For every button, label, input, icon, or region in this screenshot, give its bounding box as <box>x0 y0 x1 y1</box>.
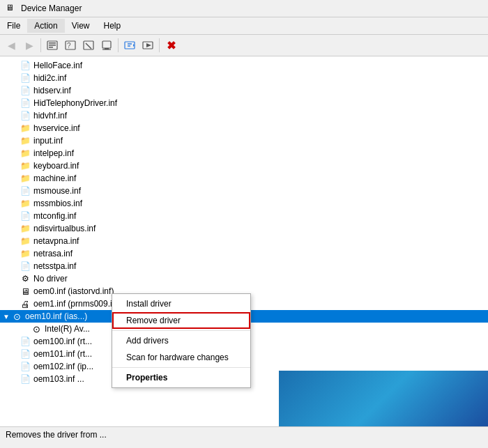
context-separator-2 <box>112 367 250 368</box>
folder-icon: 📁 <box>20 173 31 184</box>
list-item[interactable]: 📁 ndisvirtualbus.inf <box>0 222 488 235</box>
menu-view[interactable]: View <box>65 19 97 33</box>
context-scan-hardware[interactable]: Scan for hardware changes <box>112 349 250 366</box>
svg-text:?: ? <box>67 42 71 49</box>
folder-icon: 📁 <box>20 123 31 134</box>
device-icon: 🖥 <box>20 286 31 297</box>
item-label: oem102.inf (ip... <box>33 362 93 371</box>
context-install-driver[interactable]: Install driver <box>112 295 250 312</box>
context-remove-driver[interactable]: Remove driver <box>112 312 250 329</box>
item-label: oem103.inf ... <box>33 374 84 384</box>
list-item[interactable]: 📄 HidTelephonyDriver.inf <box>0 97 488 109</box>
item-label: netrasa.inf <box>33 249 73 258</box>
app-title: Device Manager <box>21 3 82 13</box>
toolbar-scan[interactable] <box>98 37 115 54</box>
svg-rect-11 <box>125 42 135 49</box>
item-label: keyboard.inf <box>33 161 79 171</box>
list-item[interactable]: 📁 hvservice.inf <box>0 122 488 134</box>
item-label: oem10.inf (ias...) <box>25 311 87 321</box>
file-icon: 📄 <box>20 85 31 96</box>
toolbar-uninstall[interactable] <box>80 37 97 54</box>
folder-icon: 📁 <box>20 135 31 146</box>
item-label: intelpep.inf <box>33 148 74 158</box>
folder-icon: 📁 <box>20 235 31 247</box>
file-icon: 📄 <box>20 60 31 71</box>
file-icon: 📄 <box>20 373 31 385</box>
menu-file[interactable]: File <box>0 19 27 33</box>
file-icon: 📄 <box>20 361 31 372</box>
list-item[interactable]: ⚙ No driver <box>0 272 488 285</box>
svg-rect-2 <box>49 45 56 46</box>
menu-action[interactable]: Action <box>27 19 64 33</box>
list-item[interactable]: 📄 HelloFace.inf <box>0 59 488 72</box>
context-add-drivers[interactable]: Add drivers <box>112 332 250 349</box>
context-menu: Install driver Remove driver Add drivers… <box>112 293 251 388</box>
item-label: oem1.inf (prnms009.inf) <box>33 299 122 309</box>
item-label: oem0.inf (iastorvd.inf) <box>33 286 114 296</box>
list-item[interactable]: 📄 hidvhf.inf <box>0 109 488 122</box>
toolbar-add-legacy[interactable] <box>121 37 138 54</box>
toolbar-forward[interactable]: ▶ <box>21 37 38 54</box>
toolbar-update-driver[interactable]: ? <box>62 37 79 54</box>
list-item[interactable]: 📁 keyboard.inf <box>0 160 488 172</box>
folder-icon: 📁 <box>20 248 31 259</box>
toolbar-delete[interactable]: ✖ <box>162 37 179 54</box>
item-label: mtconfig.inf <box>33 211 76 221</box>
file-icon: 📄 <box>20 210 31 222</box>
item-label: oem101.inf (rt... <box>33 349 92 359</box>
item-label: hidi2c.inf <box>33 73 66 83</box>
list-item[interactable]: 📄 hidi2c.inf <box>0 72 488 84</box>
file-icon: 📄 <box>20 261 31 272</box>
separator-2 <box>118 38 119 52</box>
context-properties[interactable]: Properties <box>112 369 250 386</box>
item-label: msmouse.inf <box>33 186 81 196</box>
status-text: Removes the driver from ... <box>6 430 107 440</box>
separator-3 <box>159 38 160 52</box>
item-label: HelloFace.inf <box>33 61 82 70</box>
svg-rect-1 <box>49 43 56 44</box>
item-label: oem100.inf (rt... <box>33 337 92 346</box>
file-icon: 📄 <box>20 72 31 84</box>
device-icon: ⊙ <box>11 311 22 322</box>
svg-line-7 <box>86 43 91 49</box>
list-item[interactable]: 📄 hidserv.inf <box>0 84 488 97</box>
app-icon: 🖥 <box>6 3 17 14</box>
list-item[interactable]: 📁 input.inf <box>0 134 488 147</box>
list-item[interactable]: 📁 netrasa.inf <box>0 247 488 260</box>
toolbar-properties[interactable] <box>44 37 61 54</box>
list-item[interactable]: 📄 netsstpa.inf <box>0 260 488 272</box>
item-label: No driver <box>33 274 68 284</box>
file-icon: 📄 <box>20 336 31 347</box>
list-item[interactable]: 📁 mssmbios.inf <box>0 197 488 210</box>
item-label: netsstpa.inf <box>33 261 76 271</box>
list-item[interactable]: 📁 machine.inf <box>0 172 488 185</box>
folder-icon: 📁 <box>20 198 31 209</box>
item-label: Intel(R) Av... <box>45 324 90 334</box>
item-label: HidTelephonyDriver.inf <box>33 98 117 108</box>
status-bar: Removes the driver from ... <box>0 426 488 442</box>
expand-arrow-icon: ▼ <box>3 313 11 320</box>
file-icon: 📄 <box>20 98 31 109</box>
list-item[interactable]: 📄 mtconfig.inf <box>0 210 488 222</box>
file-icon: 📄 <box>20 110 31 121</box>
item-label: input.inf <box>33 136 63 146</box>
list-item[interactable]: 📁 intelpep.inf <box>0 147 488 160</box>
toolbar-action2[interactable] <box>139 37 156 54</box>
toolbar-back[interactable]: ◀ <box>3 37 20 54</box>
item-label: ndisvirtualbus.inf <box>33 224 96 233</box>
item-label: mssmbios.inf <box>33 199 82 208</box>
menu-help[interactable]: Help <box>97 19 128 33</box>
item-label: hidserv.inf <box>33 86 71 95</box>
list-item[interactable]: 📁 netavpna.inf <box>0 235 488 247</box>
file-icon: 📄 <box>20 348 31 360</box>
main-content: 📄 HelloFace.inf 📄 hidi2c.inf 📄 hidserv.i… <box>0 56 488 442</box>
file-icon: 📄 <box>20 185 31 196</box>
printer-icon: 🖨 <box>20 298 31 309</box>
list-item[interactable]: 📄 msmouse.inf <box>0 185 488 197</box>
svg-rect-8 <box>102 41 111 48</box>
device-icon: ⚙ <box>20 273 31 284</box>
item-label: netavpna.inf <box>33 236 79 246</box>
folder-icon: 📁 <box>20 160 31 171</box>
toolbar: ◀ ▶ ? ✖ <box>0 35 488 56</box>
folder-icon: 📁 <box>20 223 31 234</box>
